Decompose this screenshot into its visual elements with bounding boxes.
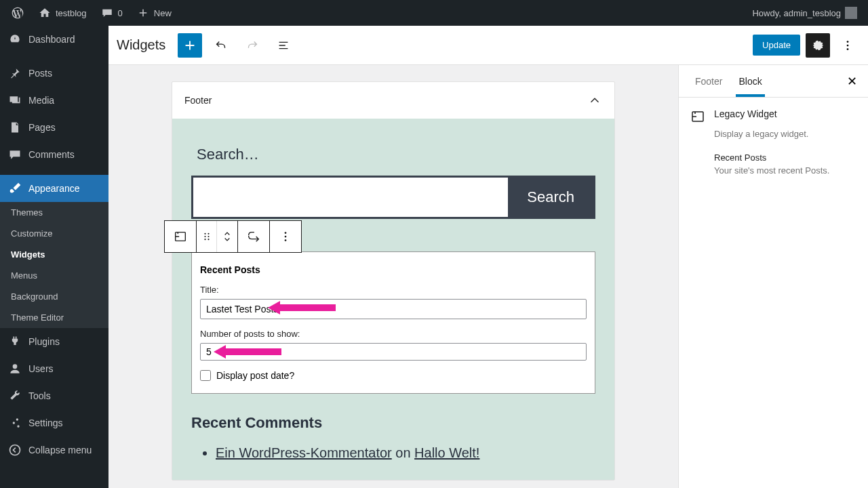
svg-point-6 bbox=[847, 44, 849, 46]
pin-icon bbox=[8, 66, 22, 80]
editor-header: Widgets Update bbox=[108, 26, 868, 65]
block-toolbar bbox=[164, 220, 302, 253]
list-view-button[interactable] bbox=[271, 33, 296, 58]
svg-point-9 bbox=[204, 233, 205, 235]
svg-point-2 bbox=[13, 422, 15, 424]
widget-name: Recent Posts bbox=[714, 152, 857, 163]
comment-item: Ein WordPress-Kommentator on Hallo Welt! bbox=[216, 445, 595, 461]
redo-button[interactable] bbox=[240, 33, 264, 58]
recent-posts-widget[interactable]: Recent Posts Title: bbox=[191, 251, 595, 394]
undo-button[interactable] bbox=[209, 33, 233, 58]
menu-media[interactable]: Media bbox=[0, 87, 108, 114]
comments-link[interactable]: 0 bbox=[95, 0, 128, 26]
number-input[interactable] bbox=[200, 343, 587, 361]
menu-appearance[interactable]: Appearance bbox=[0, 175, 108, 202]
display-date-label: Display post date? bbox=[216, 370, 294, 381]
howdy-text: Howdy, admin_tesblog bbox=[752, 8, 841, 18]
svg-point-3 bbox=[17, 425, 19, 427]
svg-point-13 bbox=[204, 239, 205, 240]
number-label: Number of posts to show: bbox=[200, 329, 587, 339]
widget-header: Recent Posts bbox=[200, 264, 587, 275]
svg-point-17 bbox=[285, 239, 287, 241]
appearance-submenu: Themes Customize Widgets Menus Backgroun… bbox=[0, 202, 108, 328]
move-to-button[interactable] bbox=[238, 221, 269, 252]
widget-area-header[interactable]: Footer bbox=[172, 82, 614, 119]
add-block-button[interactable] bbox=[178, 33, 202, 58]
submenu-background[interactable]: Background bbox=[0, 286, 108, 307]
settings-button[interactable] bbox=[806, 33, 830, 58]
display-date-checkbox[interactable] bbox=[200, 370, 211, 381]
search-label: Search… bbox=[191, 146, 595, 163]
menu-settings[interactable]: Settings bbox=[0, 409, 108, 436]
editor-canvas[interactable]: Footer Search… Search bbox=[108, 65, 678, 488]
move-buttons[interactable] bbox=[217, 221, 237, 252]
legacy-widget-icon bbox=[690, 108, 706, 125]
more-options-button[interactable] bbox=[835, 33, 860, 58]
comment-icon bbox=[100, 6, 114, 20]
plugin-icon bbox=[8, 335, 22, 348]
submenu-menus[interactable]: Menus bbox=[0, 265, 108, 286]
comments-title: Recent Comments bbox=[191, 414, 595, 432]
comment-post-link[interactable]: Hallo Welt! bbox=[414, 445, 479, 460]
media-icon bbox=[8, 94, 22, 107]
tab-footer[interactable]: Footer bbox=[687, 66, 730, 96]
new-label: New bbox=[154, 8, 172, 18]
svg-point-5 bbox=[847, 41, 849, 43]
wordpress-icon bbox=[11, 6, 24, 20]
user-icon bbox=[8, 362, 22, 375]
drag-handle[interactable] bbox=[197, 221, 217, 252]
brush-icon bbox=[8, 182, 22, 195]
site-name: testblog bbox=[56, 8, 87, 18]
block-more-button[interactable] bbox=[270, 221, 301, 252]
submenu-customize[interactable]: Customize bbox=[0, 223, 108, 244]
svg-point-0 bbox=[13, 364, 18, 369]
wp-logo[interactable] bbox=[5, 0, 30, 26]
menu-tools[interactable]: Tools bbox=[0, 382, 108, 409]
svg-point-12 bbox=[208, 236, 209, 237]
widget-area: Footer Search… Search bbox=[172, 81, 615, 481]
title-input[interactable] bbox=[200, 299, 587, 319]
menu-posts[interactable]: Posts bbox=[0, 60, 108, 87]
svg-point-15 bbox=[285, 232, 287, 234]
update-button[interactable]: Update bbox=[753, 35, 800, 56]
site-link[interactable]: testblog bbox=[33, 0, 92, 26]
account-link[interactable]: Howdy, admin_tesblog bbox=[747, 0, 863, 26]
new-link[interactable]: New bbox=[131, 0, 177, 26]
menu-collapse[interactable]: Collapse menu bbox=[0, 436, 108, 464]
chevron-up-icon bbox=[587, 93, 602, 108]
menu-comments[interactable]: Comments bbox=[0, 141, 108, 168]
close-sidebar-button[interactable]: ✕ bbox=[841, 70, 863, 92]
tab-block[interactable]: Block bbox=[730, 66, 770, 96]
block-description: Display a legacy widget. bbox=[714, 129, 857, 139]
submenu-themes[interactable]: Themes bbox=[0, 202, 108, 223]
svg-point-14 bbox=[208, 239, 209, 240]
comment-count: 0 bbox=[118, 8, 123, 18]
dashboard-icon bbox=[8, 33, 22, 46]
plus-icon bbox=[136, 6, 150, 20]
svg-point-1 bbox=[16, 418, 18, 420]
search-button[interactable]: Search bbox=[508, 178, 593, 217]
comment-icon bbox=[8, 148, 22, 161]
submenu-theme-editor[interactable]: Theme Editor bbox=[0, 307, 108, 328]
menu-pages[interactable]: Pages bbox=[0, 114, 108, 141]
recent-comments-widget: Recent Comments Ein WordPress-Kommentato… bbox=[191, 414, 595, 461]
widget-area-title: Footer bbox=[184, 95, 212, 106]
search-input[interactable] bbox=[193, 178, 508, 217]
menu-dashboard[interactable]: Dashboard bbox=[0, 26, 108, 53]
settings-sidebar: Footer Block ✕ Legacy Widget Display a l… bbox=[678, 65, 868, 488]
svg-point-10 bbox=[208, 233, 209, 235]
comment-author-link[interactable]: Ein WordPress-Kommentator bbox=[216, 445, 392, 460]
avatar-icon bbox=[845, 7, 857, 19]
wrench-icon bbox=[8, 389, 22, 403]
menu-plugins[interactable]: Plugins bbox=[0, 328, 108, 355]
admin-menu: Dashboard Posts Media Pages Comments App… bbox=[0, 26, 108, 488]
sliders-icon bbox=[8, 416, 22, 430]
svg-point-11 bbox=[204, 236, 205, 237]
svg-point-4 bbox=[10, 445, 20, 455]
menu-users[interactable]: Users bbox=[0, 355, 108, 382]
block-type-button[interactable] bbox=[165, 221, 196, 252]
submenu-widgets[interactable]: Widgets bbox=[0, 244, 108, 265]
svg-point-7 bbox=[847, 48, 849, 50]
admin-bar: testblog 0 New Howdy, admin_tesblog bbox=[0, 0, 868, 26]
page-icon bbox=[8, 121, 22, 134]
